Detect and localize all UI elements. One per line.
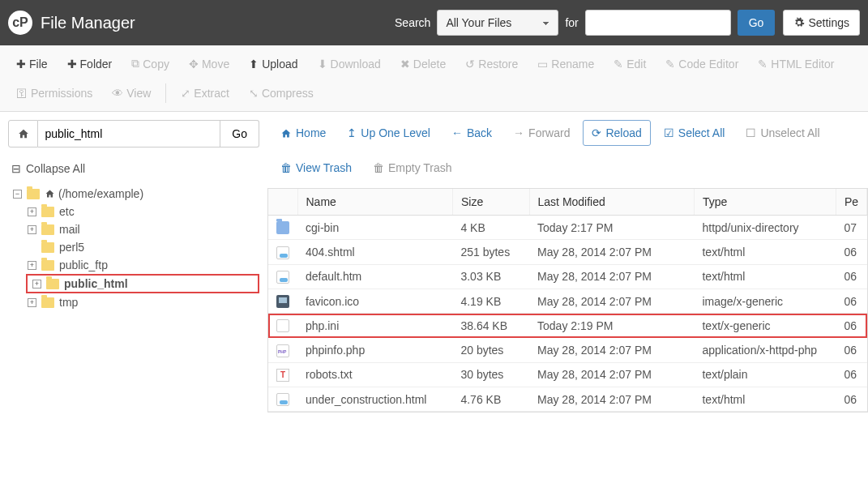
path-input[interactable] bbox=[38, 120, 220, 147]
tree-item-label: perl5 bbox=[59, 241, 84, 254]
tree-expander-icon[interactable]: + bbox=[28, 207, 36, 216]
tree-item-public_html[interactable]: +public_html bbox=[26, 274, 259, 293]
table-row[interactable]: php.ini38.64 KBToday 2:19 PMtext/x-gener… bbox=[268, 314, 867, 338]
reload-button[interactable]: ⟳Reload bbox=[583, 120, 650, 146]
compress-button[interactable]: ⤡Compress bbox=[241, 80, 322, 106]
tree-expander-icon[interactable]: + bbox=[28, 261, 36, 270]
new-file-button[interactable]: ✚File bbox=[8, 51, 56, 77]
table-row[interactable]: phpinfo.php20 bytesMay 28, 2014 2:07 PMa… bbox=[268, 338, 867, 362]
rename-icon: ▭ bbox=[537, 58, 548, 71]
view-button[interactable]: 👁View bbox=[104, 80, 159, 106]
content-navbar: Home ↥Up One Level ←Back →Forward ⟳Reloa… bbox=[267, 112, 868, 188]
cell-type: text/html bbox=[694, 387, 836, 412]
upload-label: Upload bbox=[262, 58, 297, 71]
settings-button[interactable]: Settings bbox=[783, 10, 860, 36]
delete-icon: ✖ bbox=[400, 58, 410, 71]
table-row[interactable]: default.htm3.03 KBMay 28, 2014 2:07 PMte… bbox=[268, 264, 867, 289]
folder-icon bbox=[41, 260, 54, 271]
cell-name: cgi-bin bbox=[297, 216, 452, 240]
cell-permissions: 06 bbox=[836, 289, 866, 313]
restore-icon: ↺ bbox=[465, 58, 475, 71]
html-file-icon bbox=[276, 393, 289, 406]
copy-button[interactable]: ⧉Copy bbox=[123, 50, 177, 77]
cell-size: 4.76 KB bbox=[452, 387, 529, 412]
tree-item-tmp[interactable]: +tmp bbox=[28, 293, 259, 311]
tree-item-public_ftp[interactable]: +public_ftp bbox=[28, 256, 259, 274]
col-type[interactable]: Type bbox=[694, 189, 836, 216]
col-name[interactable]: Name bbox=[297, 189, 452, 216]
new-folder-button[interactable]: ✚Folder bbox=[59, 51, 121, 77]
table-row[interactable]: under_construction.html4.76 KBMay 28, 20… bbox=[268, 387, 867, 412]
upload-button[interactable]: ⬆Upload bbox=[241, 51, 306, 77]
plus-icon: ✚ bbox=[16, 58, 26, 71]
ico-file-icon bbox=[276, 295, 289, 308]
html-editor-button[interactable]: ✎HTML Editor bbox=[750, 51, 842, 77]
tree-expander-icon[interactable]: + bbox=[28, 298, 36, 307]
edit-icon: ✎ bbox=[614, 58, 623, 71]
collapse-all-button[interactable]: ⊟ Collapse All bbox=[11, 162, 259, 175]
table-row[interactable]: 404.shtml251 bytesMay 28, 2014 2:07 PMte… bbox=[268, 240, 867, 264]
path-go-button[interactable]: Go bbox=[220, 120, 259, 147]
col-permissions[interactable]: Pe bbox=[836, 189, 866, 216]
table-row[interactable]: robots.txt30 bytesMay 28, 2014 2:07 PMte… bbox=[268, 362, 867, 387]
tree-item-etc[interactable]: +etc bbox=[28, 203, 259, 220]
view-trash-label: View Trash bbox=[296, 161, 352, 174]
tree-expander-icon[interactable]: + bbox=[32, 280, 41, 289]
delete-button[interactable]: ✖Delete bbox=[392, 51, 454, 77]
tree-expander-icon[interactable]: − bbox=[13, 190, 22, 199]
table-row[interactable]: cgi-bin4 KBToday 2:17 PMhttpd/unix-direc… bbox=[268, 216, 867, 240]
cell-last-modified: May 28, 2014 2:07 PM bbox=[529, 362, 694, 387]
path-home-button[interactable] bbox=[8, 120, 38, 147]
download-label: Download bbox=[331, 58, 381, 71]
download-button[interactable]: ⬇Download bbox=[310, 51, 389, 77]
search-scope-select[interactable]: All Your Files bbox=[437, 10, 558, 36]
file-table: Name Size Last Modified Type Pe cgi-bin4… bbox=[268, 189, 867, 412]
move-button[interactable]: ✥Move bbox=[181, 51, 237, 77]
tree-item-perl5[interactable]: perl5 bbox=[28, 238, 259, 256]
forward-label: Forward bbox=[528, 126, 570, 139]
search-go-button[interactable]: Go bbox=[738, 10, 776, 36]
folder-icon bbox=[46, 279, 59, 289]
rename-button[interactable]: ▭Rename bbox=[529, 51, 602, 77]
eye-icon: 👁 bbox=[112, 87, 123, 100]
table-row[interactable]: favicon.ico4.19 KBMay 28, 2014 2:07 PMim… bbox=[268, 289, 867, 313]
edit-button[interactable]: ✎Edit bbox=[605, 51, 654, 77]
cell-last-modified: May 28, 2014 2:07 PM bbox=[529, 240, 694, 264]
search-input[interactable] bbox=[585, 10, 731, 36]
cell-last-modified: May 28, 2014 2:07 PM bbox=[529, 387, 694, 412]
up-one-level-button[interactable]: ↥Up One Level bbox=[339, 121, 438, 145]
home-icon bbox=[45, 189, 55, 199]
folder-open-icon bbox=[27, 189, 40, 199]
col-icon[interactable] bbox=[268, 189, 297, 216]
code-editor-button[interactable]: ✎Code Editor bbox=[657, 51, 746, 77]
home-nav-button[interactable]: Home bbox=[272, 121, 334, 145]
arrow-left-icon: ← bbox=[451, 126, 463, 139]
tree-item-label: mail bbox=[59, 223, 80, 236]
tree-root[interactable]: − (/home/example) bbox=[13, 185, 259, 203]
restore-label: Restore bbox=[478, 58, 518, 71]
tree-item-mail[interactable]: +mail bbox=[28, 220, 259, 238]
unselect-all-button[interactable]: ☐Unselect All bbox=[738, 121, 827, 145]
tree-expander-icon[interactable]: + bbox=[28, 225, 36, 234]
select-all-button[interactable]: ☑Select All bbox=[656, 121, 733, 145]
col-last-modified[interactable]: Last Modified bbox=[529, 189, 694, 216]
move-icon: ✥ bbox=[189, 58, 199, 71]
empty-trash-button[interactable]: 🗑Empty Trash bbox=[365, 156, 460, 180]
file-table-wrap: Name Size Last Modified Type Pe cgi-bin4… bbox=[267, 188, 868, 412]
extract-button[interactable]: ⤢Extract bbox=[173, 80, 237, 106]
permissions-button[interactable]: ⚿Permissions bbox=[8, 80, 100, 106]
cell-type: image/x-generic bbox=[694, 289, 836, 313]
folder-icon bbox=[41, 242, 54, 253]
reload-icon: ⟳ bbox=[592, 126, 601, 139]
tree-item-label: etc bbox=[59, 205, 75, 218]
compress-icon: ⤡ bbox=[249, 87, 259, 100]
sidebar: Go ⊟ Collapse All − (/home/example) +etc… bbox=[0, 112, 267, 481]
view-trash-button[interactable]: 🗑View Trash bbox=[272, 156, 360, 180]
back-button[interactable]: ←Back bbox=[443, 121, 500, 145]
col-size[interactable]: Size bbox=[452, 189, 529, 216]
forward-button[interactable]: →Forward bbox=[505, 121, 578, 145]
extract-icon: ⤢ bbox=[181, 87, 190, 100]
restore-button[interactable]: ↺Restore bbox=[457, 51, 526, 77]
page-title: File Manager bbox=[41, 14, 135, 32]
cell-permissions: 06 bbox=[836, 264, 866, 289]
